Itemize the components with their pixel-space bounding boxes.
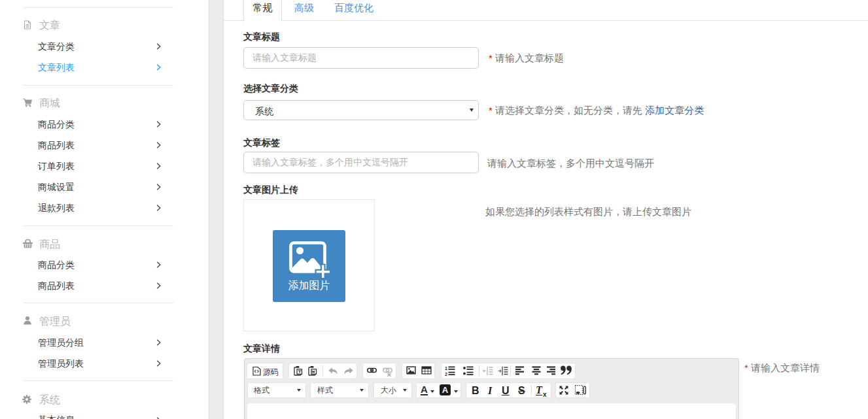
svg-text:1: 1 <box>445 366 447 371</box>
svg-text:2: 2 <box>445 372 447 377</box>
